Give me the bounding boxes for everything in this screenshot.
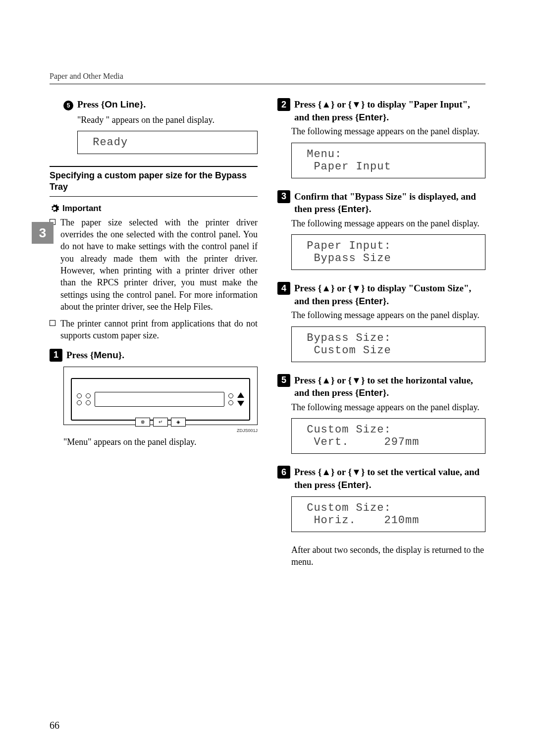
substep-body: "Ready " appears on the panel display.	[77, 114, 258, 126]
up-arrow-key-icon: ▲	[321, 466, 331, 479]
press-label: Press	[77, 99, 101, 109]
step-5: 5 Press {▲} or {▼} to set the horizontal…	[277, 374, 485, 399]
up-arrow-key-icon: ▲	[321, 374, 331, 387]
after-body: After about two seconds, the display is …	[291, 544, 485, 568]
section-divider: Specifying a custom paper size for the B…	[50, 166, 258, 197]
t: Confirm that "Bypass Size" is displayed,…	[294, 191, 476, 215]
press-label: Press	[66, 350, 90, 360]
t: or	[334, 467, 348, 477]
step-6-text: Press {▲} or {▼} to set the vertical val…	[294, 466, 485, 491]
lcd-bypass-size: Bypass Size: Custom Size	[291, 326, 485, 362]
enter-key-label: Enter	[341, 480, 366, 490]
bullet-1-text: The paper size selected with the printer…	[60, 216, 258, 313]
step-1-text: Press {Menu}.	[66, 349, 124, 362]
step-3-text: Confirm that "Bypass Size" is displayed,…	[294, 190, 485, 216]
bullet-2: The printer cannot print from applicatio…	[50, 318, 258, 342]
up-arrow-key-icon: ▲	[321, 98, 331, 111]
t: Press	[294, 467, 318, 477]
panel-btn-icon: ↵	[153, 418, 168, 427]
step-1-body: "Menu" appears on the panel display.	[63, 436, 258, 448]
t: .	[386, 112, 389, 122]
step-number-icon: 5	[277, 374, 290, 387]
online-key-label: On Line	[105, 99, 140, 109]
page-number: 66	[50, 720, 59, 731]
t: or	[334, 283, 348, 293]
t: Press	[294, 375, 318, 385]
msg-body: The following message appears on the pan…	[291, 217, 485, 229]
step-number-icon: 1	[50, 349, 62, 362]
msg-body: The following message appears on the pan…	[291, 309, 485, 321]
panel-btn-icon: ⊗	[135, 418, 150, 427]
down-arrow-key-icon: ▼	[352, 374, 361, 387]
step-4-text: Press {▲} or {▼} to display "Custom Size…	[294, 282, 485, 307]
enter-key-label: Enter	[359, 112, 383, 122]
important-label: Important	[62, 204, 101, 214]
t: Press	[294, 99, 318, 109]
t: Press	[294, 283, 318, 293]
step-3: 3 Confirm that "Bypass Size" is displaye…	[277, 190, 485, 216]
control-panel-illustration: ⊗ ↵ ◈	[63, 367, 258, 425]
enter-key-label: Enter	[341, 204, 366, 214]
step-number-icon: 6	[277, 466, 290, 479]
lcd-menu: Menu: Paper Input	[291, 143, 485, 178]
t: .	[386, 387, 389, 398]
square-bullet-icon	[50, 320, 55, 326]
step-number-icon: 3	[277, 190, 290, 203]
panel-btn-icon: ◈	[171, 418, 186, 427]
t: or	[334, 99, 348, 109]
msg-body: The following message appears on the pan…	[291, 125, 485, 137]
substep-text: Press {On Line}.	[77, 98, 146, 111]
panel-display-icon	[95, 392, 224, 407]
step-5-text: Press {▲} or {▼} to set the horizontal v…	[294, 374, 485, 399]
period: .	[143, 99, 146, 109]
step-2: 2 Press {▲} or {▼} to display "Paper Inp…	[277, 98, 485, 123]
step-number-icon: 2	[277, 98, 290, 111]
lcd-custom-horiz: Custom Size: Horiz. 210mm	[291, 496, 485, 532]
running-header: Paper and Other Media	[50, 72, 485, 84]
section-title: Specifying a custom paper size for the B…	[50, 170, 258, 193]
t: or	[334, 375, 348, 385]
period: .	[122, 350, 124, 360]
lcd-paper-input: Paper Input: Bypass Size	[291, 234, 485, 270]
up-arrow-key-icon: ▲	[321, 282, 331, 295]
up-triangle-icon	[237, 392, 244, 398]
t: .	[386, 296, 389, 306]
step-1: 1 Press {Menu}.	[50, 349, 258, 362]
enter-key-label: Enter	[359, 296, 383, 306]
left-column: 5 Press {On Line}. "Ready " appears on t…	[50, 98, 258, 573]
substep-5: 5 Press {On Line}.	[63, 98, 258, 111]
right-column: 2 Press {▲} or {▼} to display "Paper Inp…	[277, 98, 485, 573]
illustration-id: ZDJS001J	[63, 428, 258, 433]
down-arrow-key-icon: ▼	[352, 282, 361, 295]
chapter-tab: 3	[32, 222, 54, 244]
step-4: 4 Press {▲} or {▼} to display "Custom Si…	[277, 282, 485, 307]
lcd-custom-vert: Custom Size: Vert. 297mm	[291, 418, 485, 454]
t: .	[369, 480, 372, 490]
bullet-1: The paper size selected with the printer…	[50, 216, 258, 313]
bullet-2-text: The printer cannot print from applicatio…	[60, 318, 258, 342]
step-6: 6 Press {▲} or {▼} to set the vertical v…	[277, 466, 485, 491]
step-number-icon: 4	[277, 282, 290, 295]
msg-body: The following message appears on the pan…	[291, 401, 485, 413]
menu-key-label: Menu	[94, 350, 118, 360]
important-heading: Important	[50, 204, 258, 214]
substep-number-icon: 5	[63, 101, 73, 110]
down-arrow-key-icon: ▼	[352, 98, 361, 111]
step-2-text: Press {▲} or {▼} to display "Paper Input…	[294, 98, 485, 123]
t: .	[369, 204, 372, 214]
lcd-ready: Ready	[77, 131, 258, 154]
down-arrow-key-icon: ▼	[352, 466, 361, 479]
enter-key-label: Enter	[359, 387, 383, 398]
gear-icon	[50, 204, 59, 214]
down-triangle-icon	[237, 401, 244, 406]
